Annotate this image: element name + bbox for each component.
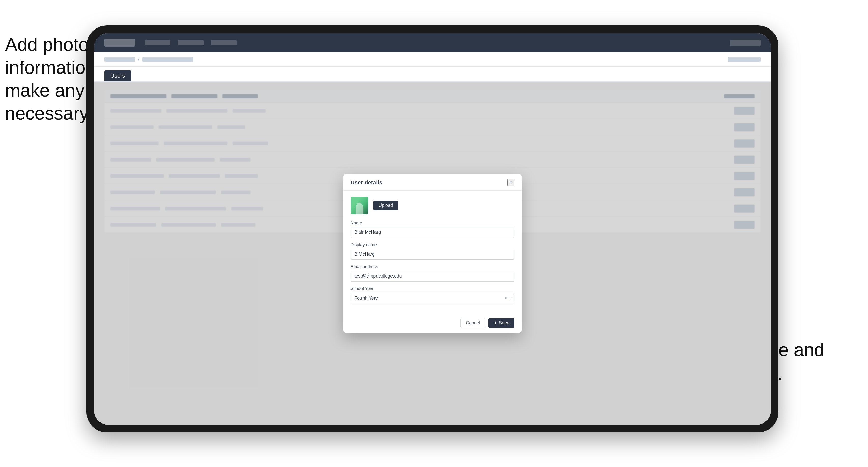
tab-bar: Users xyxy=(94,67,771,82)
nav-logo xyxy=(104,39,135,46)
modal-title: User details xyxy=(350,179,382,186)
sub-nav-right xyxy=(727,57,761,62)
email-input[interactable] xyxy=(350,271,515,282)
tablet-screen: / Users xyxy=(94,33,771,425)
breadcrumb-2 xyxy=(143,57,193,62)
tablet-device: / Users xyxy=(87,25,778,432)
user-details-modal: User details × xyxy=(343,174,522,333)
nav-right-area xyxy=(730,40,761,46)
save-button-label: Save xyxy=(499,320,509,325)
sub-nav: / xyxy=(94,53,771,67)
close-icon: × xyxy=(509,180,513,185)
photo-section: Upload xyxy=(350,197,515,214)
email-field-group: Email address xyxy=(350,264,515,282)
name-field-group: Name xyxy=(350,220,515,238)
photo-thumbnail xyxy=(350,197,368,214)
school-year-field-group: School Year Fourth Year × ⌄ xyxy=(350,286,515,304)
main-content: User details × xyxy=(94,82,771,425)
modal-close-button[interactable]: × xyxy=(507,179,515,186)
school-year-wrapper: Fourth Year × ⌄ xyxy=(350,293,515,304)
breadcrumb-1 xyxy=(104,57,135,62)
modal-body: Upload Name Display name xyxy=(343,190,522,314)
nav-item-2 xyxy=(178,40,204,45)
name-label: Name xyxy=(350,220,515,226)
name-input[interactable] xyxy=(350,227,515,238)
photo-image xyxy=(351,197,368,214)
modal-footer: Cancel ⬆ Save xyxy=(343,314,522,333)
modal-overlay: User details × xyxy=(94,82,771,425)
nav-item-1 xyxy=(145,40,170,45)
cancel-button-label: Cancel xyxy=(466,320,480,325)
modal-header: User details × xyxy=(343,174,522,190)
sub-nav-action xyxy=(727,57,761,62)
tab-users-label: Users xyxy=(111,72,125,79)
app-container: / Users xyxy=(94,33,771,425)
school-year-label: School Year xyxy=(350,286,515,291)
upload-photo-button[interactable]: Upload xyxy=(373,201,398,210)
save-button[interactable]: ⬆ Save xyxy=(489,318,515,328)
display-name-label: Display name xyxy=(350,242,515,248)
nav-item-3 xyxy=(211,40,237,45)
select-clear-icon[interactable]: × xyxy=(505,296,507,301)
upload-button-label: Upload xyxy=(378,203,393,208)
nav-bar xyxy=(94,33,771,53)
select-controls: × ⌄ xyxy=(505,296,512,301)
email-label: Email address xyxy=(350,264,515,269)
cancel-button[interactable]: Cancel xyxy=(461,318,486,328)
nav-items xyxy=(145,40,237,45)
display-name-input[interactable] xyxy=(350,249,515,260)
tab-users[interactable]: Users xyxy=(104,70,131,82)
save-icon: ⬆ xyxy=(494,320,497,325)
display-name-field-group: Display name xyxy=(350,242,515,260)
chevron-down-icon: ⌄ xyxy=(509,296,512,300)
breadcrumb-sep: / xyxy=(138,57,140,62)
school-year-select[interactable]: Fourth Year xyxy=(350,293,515,304)
